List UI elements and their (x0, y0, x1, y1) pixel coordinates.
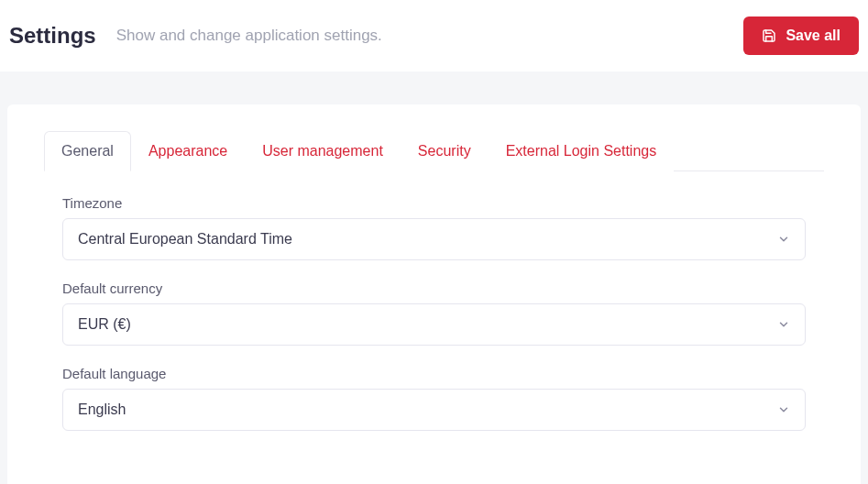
header-left: Settings Show and change application set… (9, 23, 382, 49)
currency-select[interactable]: EUR (€) (62, 303, 806, 346)
tab-label: External Login Settings (506, 143, 657, 159)
save-icon (762, 28, 776, 43)
tab-user-management[interactable]: User management (245, 131, 401, 171)
language-select[interactable]: English (62, 389, 806, 431)
chevron-down-icon (777, 233, 790, 246)
currency-label: Default currency (62, 280, 806, 296)
tab-label: Appearance (148, 143, 227, 159)
tabs: General Appearance User management Secur… (44, 130, 824, 171)
tab-external-login-settings[interactable]: External Login Settings (489, 131, 675, 171)
settings-card: General Appearance User management Secur… (7, 104, 861, 484)
tab-security[interactable]: Security (401, 131, 489, 171)
timezone-value: Central European Standard Time (78, 231, 292, 248)
language-value: English (78, 402, 126, 418)
form-group-timezone: Timezone Central European Standard Time (62, 195, 806, 260)
tab-general[interactable]: General (44, 131, 131, 171)
timezone-label: Timezone (62, 195, 806, 211)
currency-value: EUR (€) (78, 316, 131, 333)
tab-appearance[interactable]: Appearance (131, 131, 245, 171)
form-group-currency: Default currency EUR (€) (62, 280, 806, 346)
language-label: Default language (62, 366, 806, 381)
page-title: Settings (9, 23, 96, 49)
content-wrap: General Appearance User management Secur… (0, 72, 868, 484)
tab-label: User management (262, 143, 383, 159)
save-all-button[interactable]: Save all (743, 16, 859, 55)
timezone-select[interactable]: Central European Standard Time (62, 218, 806, 260)
form-group-language: Default language English (62, 366, 806, 431)
page-subtitle: Show and change application settings. (116, 27, 382, 45)
chevron-down-icon (777, 318, 790, 331)
tab-label: Security (418, 143, 471, 159)
chevron-down-icon (777, 403, 790, 416)
header-bar: Settings Show and change application set… (0, 0, 868, 72)
tab-label: General (61, 143, 114, 159)
save-button-label: Save all (786, 28, 841, 44)
